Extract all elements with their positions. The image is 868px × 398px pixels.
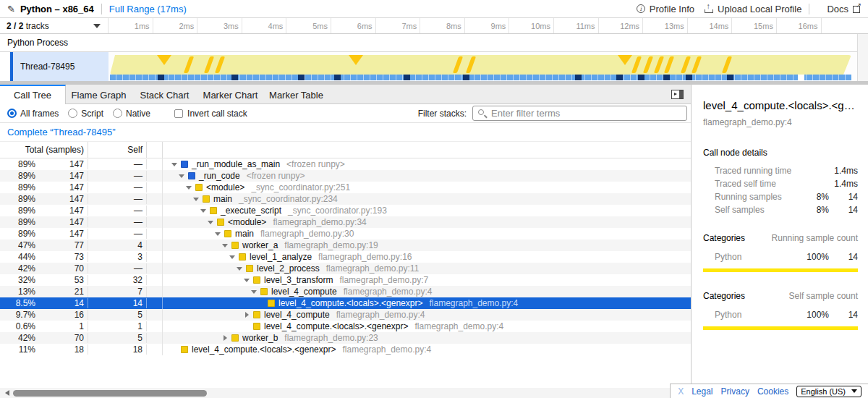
table-row[interactable]: 13%217level_4_computeflamegraph_demo.py:… (0, 286, 691, 297)
thread-activity-graph[interactable] (109, 52, 857, 81)
chevron-down-icon (851, 389, 857, 393)
radio-all-frames[interactable]: All frames (7, 109, 59, 119)
table-row[interactable]: 89%147—_run_module_as_main<frozen runpy> (0, 158, 691, 170)
profile-info-button[interactable]: i Profile Info (637, 4, 694, 14)
tree-horizontal-scrollbar[interactable] (0, 388, 691, 398)
table-row[interactable]: 32%5332level_3_transformflamegraph_demo.… (0, 274, 691, 286)
tab-flame-graph[interactable]: Flame Graph (66, 85, 132, 103)
tab-marker-chart[interactable]: Marker Chart (197, 85, 263, 103)
total-samples: 70 (40, 333, 88, 343)
twisty-open-icon[interactable] (229, 255, 236, 259)
call-node-cell: worker_aflamegraph_demo.py:19 (163, 240, 691, 250)
upload-profile-button[interactable]: Upload Local Profile (705, 4, 801, 14)
table-row[interactable]: 89%147—<module>_sync_coordinator.py:251 (0, 182, 691, 193)
twisty-open-icon[interactable] (193, 198, 200, 201)
ruler-tick: 9ms (465, 18, 510, 33)
file-location: flamegraph_demo.py:34 (273, 217, 366, 227)
ruler-tick: 8ms (420, 18, 465, 33)
table-row[interactable]: 44%733level_1_analyzeflamegraph_demo.py:… (0, 251, 691, 263)
table-row[interactable]: 42%705worker_bflamegraph_demo.py:23 (0, 332, 691, 344)
footer-link-legal[interactable]: Legal (692, 386, 712, 397)
twisty-open-icon[interactable] (186, 186, 192, 190)
tab-stack-chart[interactable]: Stack Chart (132, 85, 197, 103)
table-row[interactable]: 89%147—_execute_script_sync_coordinator.… (0, 205, 691, 216)
category-square-icon (203, 195, 210, 203)
filter-input[interactable] (472, 106, 687, 121)
marker-triangle-icon[interactable] (157, 55, 171, 65)
edit-profile-name-icon[interactable]: ✎ (7, 4, 15, 14)
twisty-open-icon[interactable] (244, 279, 250, 282)
radio-label: Native (126, 109, 150, 119)
sidebar-toggle-button[interactable] (671, 90, 684, 99)
function-name: worker_a (242, 240, 278, 250)
sample-dark-segment (334, 75, 341, 80)
category-square-icon (188, 172, 195, 179)
table-row[interactable]: 11%1818level_4_compute.<locals>.<genexpr… (0, 344, 691, 355)
sample-dark-segment (663, 75, 670, 80)
category-square-icon (231, 334, 239, 342)
process-label: Python Process (7, 38, 68, 48)
radio-native[interactable]: Native (113, 109, 150, 119)
scroll-left-arrow-icon[interactable] (5, 390, 9, 396)
call-node-cell: level_1_analyzeflamegraph_demo.py:16 (163, 252, 691, 262)
footer-link-privacy[interactable]: Privacy (721, 386, 749, 397)
tab-call-tree[interactable]: Call Tree (0, 85, 66, 104)
call-node-cell: level_4_compute.<locals>.<genexpr>flameg… (163, 298, 691, 308)
call-node-cell: _run_module_as_main<frozen runpy> (163, 159, 691, 169)
profile-name[interactable]: Python – x86_64 (20, 4, 94, 14)
column-total-samples[interactable]: Total (samples) (0, 142, 88, 158)
range-breadcrumb[interactable]: Complete “Thread-78495” (7, 127, 116, 137)
radio-script[interactable]: Script (68, 109, 103, 119)
table-row[interactable]: 47%774worker_aflamegraph_demo.py:19 (0, 240, 691, 251)
invert-call-stack-checkbox[interactable]: Invert call stack (174, 109, 247, 119)
process-track-header[interactable]: Python Process (0, 34, 868, 52)
footer-link-cookies[interactable]: Cookies (757, 386, 788, 397)
twisty-open-icon[interactable] (179, 174, 185, 178)
total-percent: 44% (0, 252, 40, 262)
tab-marker-table[interactable]: Marker Table (263, 85, 329, 103)
table-row[interactable]: 0.6%11level_4_compute.<locals>.<genexpr>… (0, 321, 691, 332)
column-self[interactable]: Self (88, 142, 147, 158)
timeline-vertical-scrollbar[interactable] (857, 34, 868, 81)
table-row[interactable]: 89%147—_run_code<frozen runpy> (0, 170, 691, 182)
call-node-cell: _execute_script_sync_coordinator.py:193 (163, 206, 691, 216)
ruler-tick: 13ms (643, 18, 688, 33)
marker-triangle-icon[interactable] (349, 55, 363, 65)
tab-strip: Call TreeFlame GraphStack ChartMarker Ch… (0, 85, 329, 103)
table-row[interactable]: 9.7%165level_4_computeflamegraph_demo.py… (0, 309, 691, 321)
twisty-open-icon[interactable] (251, 290, 258, 294)
twisty-open-icon[interactable] (200, 209, 207, 213)
twisty-open-icon[interactable] (215, 232, 221, 236)
table-row[interactable]: 8.5%1414level_4_compute.<locals>.<genexp… (0, 297, 691, 309)
language-select[interactable]: English (US) (796, 386, 861, 397)
twisty-closed-icon[interactable] (222, 335, 229, 341)
footer-hide-button[interactable]: X (678, 386, 684, 397)
twisty-open-icon[interactable] (171, 163, 178, 166)
ruler-tick: 6ms (331, 18, 376, 33)
twisty-open-icon[interactable] (208, 221, 214, 224)
thread-track-label[interactable]: Thread-78495 (0, 52, 109, 81)
total-percent: 89% (0, 171, 40, 181)
docs-link[interactable]: Docs (827, 4, 861, 14)
function-name: level_4_compute.<locals>.<genexpr> (278, 298, 422, 308)
detail-value: 14 (829, 206, 858, 214)
scrollbar-thumb[interactable] (13, 390, 207, 397)
table-row[interactable]: 89%147—main_sync_coordinator.py:234 (0, 193, 691, 205)
invert-label: Invert call stack (187, 109, 247, 119)
marker-triangle-icon[interactable] (618, 55, 632, 65)
table-row[interactable]: 89%147—<module>flamegraph_demo.py:34 (0, 216, 691, 228)
upload-label: Upload Local Profile (718, 4, 801, 14)
detail-row: Running samples8%14 (703, 192, 858, 201)
full-range-button[interactable]: Full Range (17ms) (109, 4, 187, 14)
table-row[interactable]: 89%147—mainflamegraph_demo.py:30 (0, 228, 691, 240)
table-row[interactable]: 42%70—level_2_processflamegraph_demo.py:… (0, 263, 691, 274)
total-samples: 70 (40, 263, 88, 274)
twisty-open-icon[interactable] (222, 244, 229, 247)
spacer-cell (147, 309, 163, 321)
sample-dark-segment (727, 75, 733, 80)
twisty-closed-icon[interactable] (244, 312, 250, 318)
total-percent: 0.6% (0, 321, 40, 331)
twisty-open-icon[interactable] (237, 267, 243, 271)
detail-row: Traced self time1.4ms (703, 179, 858, 188)
tracks-dropdown[interactable]: 2 / 2 tracks (0, 18, 109, 33)
